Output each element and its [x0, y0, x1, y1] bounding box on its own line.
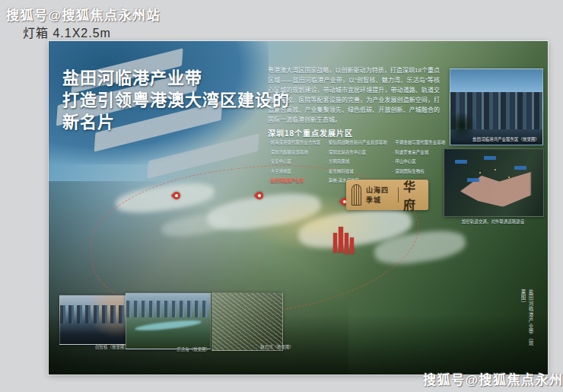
highlighted-building — [339, 227, 343, 253]
map-label-chip — [467, 178, 479, 182]
title-line-2: 打造引领粤港澳大湾区建设的 — [62, 89, 290, 111]
inset-photo-aerial-district — [212, 292, 283, 351]
inset-photo-caption: 创智核（效果图） — [95, 344, 129, 350]
district-item: 深圳国际生物谷 — [393, 168, 445, 174]
district-item: 大空港地区 — [268, 168, 320, 174]
highlighted-building — [345, 233, 348, 254]
inset-photo-caption: 盐田河临港湾产业服务区（效果图） — [472, 136, 539, 142]
highlighted-building — [350, 237, 354, 254]
inset-photo-caption: 加密轨道交通，对外联通道路建设 — [444, 218, 542, 225]
plaque-divider — [398, 187, 399, 202]
land-mass — [460, 168, 532, 207]
inset-photo-caption: 魅力湾（效果图） — [260, 344, 294, 350]
district-item: 留仙洞战略性新兴产业总部基地 — [326, 139, 386, 145]
project-subname: 华府 — [403, 177, 423, 213]
title-line-1: 盐田河临港产业带 — [62, 67, 290, 89]
tower-emblem-icon — [351, 184, 361, 206]
skyline-buildings — [60, 305, 132, 323]
district-item: 平湖金融与现代服务业基地 — [393, 139, 445, 145]
district-item: 阿波罗未来产业城 — [393, 149, 445, 155]
poster-title: 盐田河临港产业带 打造引领粤港澳大湾区建设的 新名片 — [62, 67, 290, 133]
vertical-caption: 盐田河临港产业带（效果图） — [519, 289, 534, 350]
district-item: 宝安中心区 — [268, 158, 320, 164]
lightbox-size-label: 灯箱 4.1X2.5m — [23, 23, 111, 41]
district-item: 光明凤凰城 — [326, 158, 386, 164]
billboard-poster: 盐田河临港产业带 打造引领粤港澳大湾区建设的 新名片 粤港澳大湾区国家战略，以创… — [49, 41, 548, 374]
district-item: 深圳湾超级总部基地 — [268, 149, 320, 155]
district-item: 前海深港现代服务业合作区 — [268, 139, 320, 145]
district-item-highlighted: 盐田河临港产业带 — [268, 177, 320, 183]
districts-list: 前海深港现代服务业合作区 深圳湾超级总部基地 宝安中心区 大空港地区 盐田河临港… — [268, 139, 466, 183]
map-label-chip — [514, 166, 526, 170]
inset-photo-river-island — [126, 292, 211, 349]
map-label-chip — [484, 156, 496, 160]
districts-section-title: 深圳18个重点发展片区 — [268, 127, 353, 139]
map-label-chip — [455, 160, 467, 164]
project-name: 山海四季城 — [366, 185, 393, 205]
title-line-3: 新名片 — [62, 111, 290, 133]
inset-photo-caption: 乐活岛（效果图） — [177, 346, 210, 352]
watermark-top: 搜狐号@搜狐焦点永州站 — [6, 5, 161, 24]
inset-photo-core-area — [59, 295, 132, 345]
districts-column-2: 留仙洞战略性新兴产业总部基地 深圳北站商务中心区 光明凤凰城 坂雪岗科技城 笋岗… — [326, 139, 386, 183]
skyline-buildings — [126, 301, 210, 317]
river-band — [135, 318, 202, 332]
map-dot — [508, 177, 510, 178]
watermark-bottom: 搜狐号@搜狐焦点永州站 — [423, 369, 563, 388]
inset-photo-skyline: 盐田河临港湾产业服务区（效果图） — [450, 69, 543, 145]
district-item: 坂雪岗科技城 — [326, 168, 386, 174]
intro-paragraph: 粤港澳大湾区国家战略，以创新驱动为特质，打造深圳18个重点区域——盐田河临港产业… — [268, 66, 440, 126]
highlighted-building — [333, 233, 337, 253]
district-item: 坪山中心区 — [393, 158, 445, 164]
district-item: 深圳北站商务中心区 — [326, 149, 386, 155]
project-logo-plaque: 山海四季城 华府 — [346, 180, 428, 210]
districts-column-1: 前海深港现代服务业合作区 深圳湾超级总部基地 宝安中心区 大空港地区 盐田河临港… — [268, 139, 320, 183]
map-dot — [495, 169, 496, 171]
inset-photo-transit-map — [444, 148, 544, 217]
map-dot — [479, 172, 481, 174]
